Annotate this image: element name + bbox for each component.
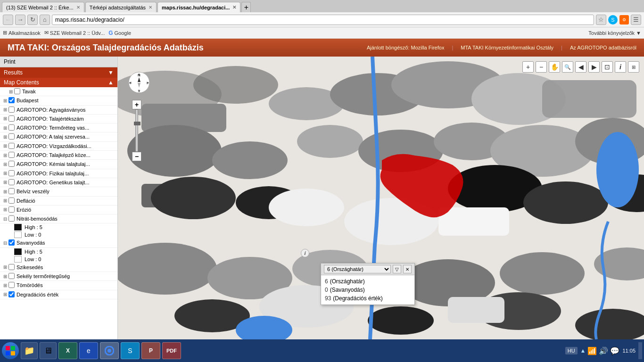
check-agrotopo9[interactable] — [8, 179, 15, 185]
layer-tavak[interactable]: ⊞ Tavak — [0, 87, 117, 96]
volume-icon[interactable]: 🔊 — [599, 346, 608, 355]
popup-layer-select[interactable]: 6 (Országhatár) — [324, 265, 391, 273]
expand-belviz-icon[interactable]: ⊞ — [2, 188, 8, 195]
layer-agrotopo2[interactable]: ⊞ AGROTOPO: Talajértékszám — [0, 115, 117, 123]
zoom-slider-track[interactable] — [135, 109, 138, 152]
results-collapse-icon[interactable]: ▼ — [108, 69, 114, 76]
layer-budapest[interactable]: ⊞ Budapest — [0, 96, 117, 105]
results-section[interactable]: Results ▼ — [0, 67, 117, 78]
tab-3-close[interactable]: ✕ — [232, 5, 236, 10]
zoom-out-button[interactable]: − — [536, 61, 547, 73]
info-button[interactable]: i — [615, 61, 626, 73]
zoom-minus-button[interactable]: − — [132, 152, 141, 161]
check-agrotopo2[interactable] — [8, 115, 15, 122]
layer-agrotopo1[interactable]: ⊞ AGROTOPO: Agyagásványos — [0, 106, 117, 115]
layer-agrotopo4[interactable]: ⊞ AGROTOPO: A talaj szervesa... — [0, 132, 117, 141]
map-area[interactable]: + − ✋ 🔍 ◀ ▶ ⊡ i ⊞ N S W E ▲ ▼ ◄ — [118, 57, 644, 339]
layer-nitrat[interactable]: ⊟ Nitrát-bemosódás — [0, 214, 117, 223]
bookmark-more[interactable]: További könyvjelzők ▼ — [588, 30, 641, 36]
taskbar-clock[interactable]: 11:05 — [622, 348, 636, 354]
zoom-plus-button[interactable]: + — [132, 100, 141, 109]
layer-agrotopo5[interactable]: ⊞ AGROTOPO: Vízgazdálkodási... — [0, 142, 117, 151]
menu-button[interactable]: ☰ — [631, 15, 641, 25]
layer-agrotopo6[interactable]: ⊞ AGROTOPO: Talajképző köze... — [0, 151, 117, 160]
extent-button[interactable]: ⊡ — [602, 61, 613, 73]
link-taki[interactable]: MTA TAKI Környezetinformatikai Osztály — [461, 45, 553, 50]
identify-button[interactable]: 🔍 — [562, 61, 573, 73]
expand-agrotopo7-icon[interactable]: ⊞ — [2, 161, 8, 167]
check-agrotopo1[interactable] — [8, 107, 15, 113]
layer-agrotopo9[interactable]: ⊞ AGROTOPO: Genetikus talajt... — [0, 178, 117, 187]
taskbar-ppt-button[interactable]: P — [141, 342, 160, 359]
check-agrotopo7[interactable] — [8, 161, 15, 167]
expand-tavak-icon[interactable]: ⊞ — [8, 88, 14, 95]
bookmark-apps[interactable]: ⊞ Alkalmazások — [3, 30, 41, 36]
network-icon[interactable]: 📶 — [587, 346, 597, 355]
reload-button[interactable]: ↻ — [27, 15, 38, 25]
check-sekely[interactable] — [8, 273, 15, 279]
expand-sekely-icon[interactable]: ⊞ — [2, 273, 8, 280]
layer-agrotopo8[interactable]: ⊞ AGROTOPO: Fizikai talajtulaj... — [0, 169, 117, 178]
taskbar-excel-button[interactable]: X — [58, 342, 77, 359]
print-button[interactable]: Print — [0, 57, 117, 67]
expand-agrotopo8-icon[interactable]: ⊞ — [2, 170, 8, 177]
forward-button[interactable]: → — [15, 15, 25, 25]
expand-agrotopo3-icon[interactable]: ⊞ — [2, 124, 8, 131]
check-tomores[interactable] — [8, 282, 15, 288]
layer-degradacios[interactable]: ⊞ Degradációs érték — [0, 290, 117, 299]
expand-szikesedes-icon[interactable]: ⊞ — [2, 264, 8, 271]
layer-erozio[interactable]: ⊞ Erózió — [0, 206, 117, 214]
tab-1-close[interactable]: ✕ — [76, 5, 80, 10]
tab-2-close[interactable]: ✕ — [149, 5, 152, 10]
check-savanyodas[interactable] — [8, 239, 15, 246]
check-deflacio[interactable] — [8, 197, 15, 204]
check-erozio[interactable] — [8, 206, 15, 213]
bookmark-google[interactable]: G Google — [108, 30, 131, 36]
layer-tomores[interactable]: ⊞ Tömörödés — [0, 281, 117, 290]
star-button[interactable]: ☆ — [596, 15, 606, 25]
taskbar-ie-button[interactable]: e — [79, 342, 98, 359]
pan-button[interactable]: ✋ — [549, 61, 560, 73]
check-agrotopo4[interactable] — [8, 133, 15, 140]
expand-agrotopo9-icon[interactable]: ⊞ — [2, 179, 8, 186]
zoom-slider-thumb[interactable] — [134, 122, 140, 125]
expand-budapest-icon[interactable]: ⊞ — [2, 97, 8, 104]
layer-agrotopo3[interactable]: ⊞ AGROTOPO: Termőréteg vas... — [0, 123, 117, 132]
tray-arrow-icon[interactable]: ▲ — [580, 347, 586, 354]
expand-agrotopo6-icon[interactable]: ⊞ — [2, 152, 8, 158]
check-agrotopo6[interactable] — [8, 152, 15, 158]
layer-sekely[interactable]: ⊞ Sekély termőrétegűség — [0, 272, 117, 281]
skype-icon[interactable]: S — [608, 15, 618, 25]
layer-agrotopo7[interactable]: ⊞ AGROTOPO: Kémiai talajtulaj... — [0, 160, 117, 169]
map-contents-section[interactable]: Map Contents ▲ — [0, 78, 117, 87]
show-desktop-button[interactable] — [638, 342, 642, 359]
extension-icon[interactable]: ⚙ — [619, 15, 629, 25]
check-tavak[interactable] — [14, 88, 20, 94]
check-szikesedes[interactable] — [8, 264, 15, 270]
layer-savanyodas[interactable]: ⊟ Savanyodás — [0, 239, 117, 247]
check-budapest[interactable] — [8, 97, 15, 103]
layer-belviz[interactable]: ⊞ Belvíz veszély — [0, 187, 117, 196]
check-agrotopo8[interactable] — [8, 170, 15, 176]
layer-szikesedes[interactable]: ⊞ Szikesedés — [0, 263, 117, 272]
expand-erozio-icon[interactable]: ⊞ — [2, 206, 8, 213]
popup-close-button[interactable]: ✕ — [403, 265, 412, 273]
expand-savanyodas-icon[interactable]: ⊟ — [2, 239, 8, 246]
expand-degradacios-icon[interactable]: ⊞ — [2, 291, 8, 298]
map-contents-collapse-icon[interactable]: ▲ — [108, 79, 114, 86]
tab-1[interactable]: (13) SZE Webmail 2 :: Érke... ✕ — [2, 2, 84, 12]
taskbar-pdf-button[interactable]: PDF — [162, 342, 181, 359]
nav-forward-button[interactable]: ▶ — [588, 61, 600, 73]
nav-back-button[interactable]: ◀ — [575, 61, 586, 73]
start-button[interactable] — [2, 342, 19, 359]
link-agrotopo[interactable]: Az AGROTOPO adatbázisról — [570, 45, 636, 50]
home-button[interactable]: ⌂ — [40, 15, 50, 25]
expand-agrotopo5-icon[interactable]: ⊞ — [2, 143, 8, 149]
expand-tomores-icon[interactable]: ⊞ — [2, 282, 8, 288]
pan-control[interactable]: N S W E ▲ ▼ ◄ ► — [127, 71, 151, 94]
expand-agrotopo4-icon[interactable]: ⊞ — [2, 133, 8, 140]
tab-3[interactable]: maps.rissac.hu/degradaci... ✕ — [157, 2, 240, 12]
check-agrotopo3[interactable] — [8, 124, 15, 131]
tab-2[interactable]: Térképi adatszolgáltatás ✕ — [85, 2, 157, 12]
taskbar-skype-button[interactable]: S — [121, 342, 140, 359]
